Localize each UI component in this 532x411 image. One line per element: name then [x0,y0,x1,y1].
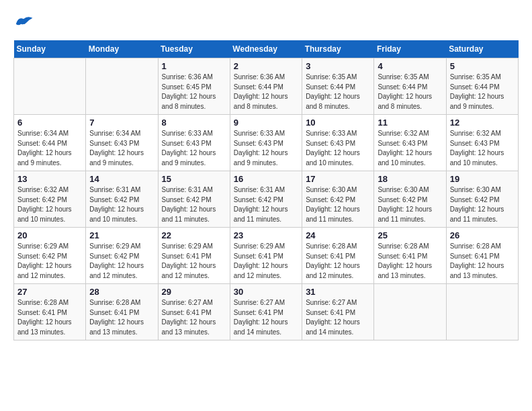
day-cell: 10Sunrise: 6:33 AM Sunset: 6:43 PM Dayli… [302,115,374,171]
day-cell: 19Sunrise: 6:30 AM Sunset: 6:42 PM Dayli… [446,171,518,228]
day-number: 7 [89,118,154,128]
day-cell: 4Sunrise: 6:35 AM Sunset: 6:44 PM Daylig… [374,58,446,115]
day-number: 3 [306,61,370,71]
day-cell: 30Sunrise: 6:27 AM Sunset: 6:41 PM Dayli… [230,284,302,340]
day-cell: 22Sunrise: 6:29 AM Sunset: 6:41 PM Dayli… [158,228,230,284]
logo [13,13,36,30]
day-cell: 25Sunrise: 6:28 AM Sunset: 6:41 PM Dayli… [374,228,446,284]
day-number: 25 [378,230,442,240]
logo-bird-icon [13,13,34,30]
day-number: 14 [89,174,154,184]
day-info: Sunrise: 6:35 AM Sunset: 6:44 PM Dayligh… [450,73,515,111]
day-info: Sunrise: 6:28 AM Sunset: 6:41 PM Dayligh… [89,298,154,337]
day-info: Sunrise: 6:33 AM Sunset: 6:43 PM Dayligh… [162,129,226,168]
day-cell [14,58,86,115]
day-info: Sunrise: 6:29 AM Sunset: 6:42 PM Dayligh… [17,242,82,281]
day-cell: 16Sunrise: 6:31 AM Sunset: 6:42 PM Dayli… [230,171,302,228]
day-cell: 17Sunrise: 6:30 AM Sunset: 6:42 PM Dayli… [302,171,374,228]
day-info: Sunrise: 6:28 AM Sunset: 6:41 PM Dayligh… [450,242,515,281]
weekday-header-sunday: Sunday [14,40,86,58]
day-cell: 11Sunrise: 6:32 AM Sunset: 6:43 PM Dayli… [374,115,446,171]
day-number: 8 [162,118,226,128]
day-info: Sunrise: 6:33 AM Sunset: 6:43 PM Dayligh… [234,129,298,168]
day-info: Sunrise: 6:32 AM Sunset: 6:42 PM Dayligh… [17,185,82,224]
day-number: 13 [17,174,82,184]
day-number: 23 [234,230,298,240]
day-info: Sunrise: 6:34 AM Sunset: 6:43 PM Dayligh… [89,129,154,168]
day-cell: 9Sunrise: 6:33 AM Sunset: 6:43 PM Daylig… [230,115,302,171]
day-cell: 23Sunrise: 6:29 AM Sunset: 6:41 PM Dayli… [230,228,302,284]
day-cell [86,58,158,115]
day-number: 31 [306,287,370,297]
calendar-table: SundayMondayTuesdayWednesdayThursdayFrid… [13,40,519,340]
header-row: SundayMondayTuesdayWednesdayThursdayFrid… [14,40,519,58]
day-cell [374,284,446,340]
day-number: 9 [234,118,298,128]
day-number: 12 [450,118,515,128]
week-row-3: 13Sunrise: 6:32 AM Sunset: 6:42 PM Dayli… [14,171,519,228]
day-number: 10 [306,118,370,128]
day-cell: 12Sunrise: 6:32 AM Sunset: 6:43 PM Dayli… [446,115,518,171]
day-cell: 21Sunrise: 6:29 AM Sunset: 6:42 PM Dayli… [86,228,158,284]
day-number: 16 [234,174,298,184]
day-cell: 6Sunrise: 6:34 AM Sunset: 6:44 PM Daylig… [14,115,86,171]
day-cell: 29Sunrise: 6:27 AM Sunset: 6:41 PM Dayli… [158,284,230,340]
day-number: 6 [17,118,82,128]
day-info: Sunrise: 6:31 AM Sunset: 6:42 PM Dayligh… [234,185,298,224]
day-info: Sunrise: 6:30 AM Sunset: 6:42 PM Dayligh… [450,185,515,224]
day-info: Sunrise: 6:36 AM Sunset: 6:44 PM Dayligh… [234,73,298,111]
weekday-header-friday: Friday [374,40,446,58]
day-number: 20 [17,230,82,240]
day-info: Sunrise: 6:31 AM Sunset: 6:42 PM Dayligh… [162,185,226,224]
weekday-header-tuesday: Tuesday [158,40,230,58]
day-number: 26 [450,230,515,240]
day-info: Sunrise: 6:29 AM Sunset: 6:41 PM Dayligh… [234,242,298,281]
day-cell: 28Sunrise: 6:28 AM Sunset: 6:41 PM Dayli… [86,284,158,340]
weekday-header-wednesday: Wednesday [230,40,302,58]
day-cell: 27Sunrise: 6:28 AM Sunset: 6:41 PM Dayli… [14,284,86,340]
day-cell: 5Sunrise: 6:35 AM Sunset: 6:44 PM Daylig… [446,58,518,115]
day-info: Sunrise: 6:28 AM Sunset: 6:41 PM Dayligh… [306,242,370,281]
day-cell: 20Sunrise: 6:29 AM Sunset: 6:42 PM Dayli… [14,228,86,284]
day-info: Sunrise: 6:27 AM Sunset: 6:41 PM Dayligh… [306,298,370,337]
day-number: 2 [234,61,298,71]
day-number: 11 [378,118,442,128]
day-info: Sunrise: 6:33 AM Sunset: 6:43 PM Dayligh… [306,129,370,168]
day-number: 18 [378,174,442,184]
day-number: 21 [89,230,154,240]
day-cell: 18Sunrise: 6:30 AM Sunset: 6:42 PM Dayli… [374,171,446,228]
weekday-header-monday: Monday [86,40,158,58]
week-row-1: 1Sunrise: 6:36 AM Sunset: 6:45 PM Daylig… [14,58,519,115]
day-cell: 3Sunrise: 6:35 AM Sunset: 6:44 PM Daylig… [302,58,374,115]
day-number: 27 [17,287,82,297]
day-info: Sunrise: 6:35 AM Sunset: 6:44 PM Dayligh… [306,73,370,111]
day-number: 15 [162,174,226,184]
day-number: 17 [306,174,370,184]
day-info: Sunrise: 6:32 AM Sunset: 6:43 PM Dayligh… [450,129,515,168]
day-info: Sunrise: 6:29 AM Sunset: 6:42 PM Dayligh… [89,242,154,281]
day-cell: 26Sunrise: 6:28 AM Sunset: 6:41 PM Dayli… [446,228,518,284]
day-info: Sunrise: 6:27 AM Sunset: 6:41 PM Dayligh… [234,298,298,337]
day-info: Sunrise: 6:32 AM Sunset: 6:43 PM Dayligh… [378,129,442,168]
day-number: 4 [378,61,442,71]
week-row-2: 6Sunrise: 6:34 AM Sunset: 6:44 PM Daylig… [14,115,519,171]
page-header [13,13,519,30]
day-number: 22 [162,230,226,240]
day-info: Sunrise: 6:29 AM Sunset: 6:41 PM Dayligh… [162,242,226,281]
weekday-header-thursday: Thursday [302,40,374,58]
day-info: Sunrise: 6:28 AM Sunset: 6:41 PM Dayligh… [17,298,82,337]
week-row-4: 20Sunrise: 6:29 AM Sunset: 6:42 PM Dayli… [14,228,519,284]
day-number: 1 [162,61,226,71]
day-number: 28 [89,287,154,297]
day-info: Sunrise: 6:30 AM Sunset: 6:42 PM Dayligh… [306,185,370,224]
day-number: 29 [162,287,226,297]
day-number: 5 [450,61,515,71]
week-row-5: 27Sunrise: 6:28 AM Sunset: 6:41 PM Dayli… [14,284,519,340]
day-cell: 24Sunrise: 6:28 AM Sunset: 6:41 PM Dayli… [302,228,374,284]
day-number: 30 [234,287,298,297]
day-cell: 13Sunrise: 6:32 AM Sunset: 6:42 PM Dayli… [14,171,86,228]
day-info: Sunrise: 6:36 AM Sunset: 6:45 PM Dayligh… [162,73,226,111]
day-cell: 15Sunrise: 6:31 AM Sunset: 6:42 PM Dayli… [158,171,230,228]
day-cell: 2Sunrise: 6:36 AM Sunset: 6:44 PM Daylig… [230,58,302,115]
day-info: Sunrise: 6:35 AM Sunset: 6:44 PM Dayligh… [378,73,442,111]
